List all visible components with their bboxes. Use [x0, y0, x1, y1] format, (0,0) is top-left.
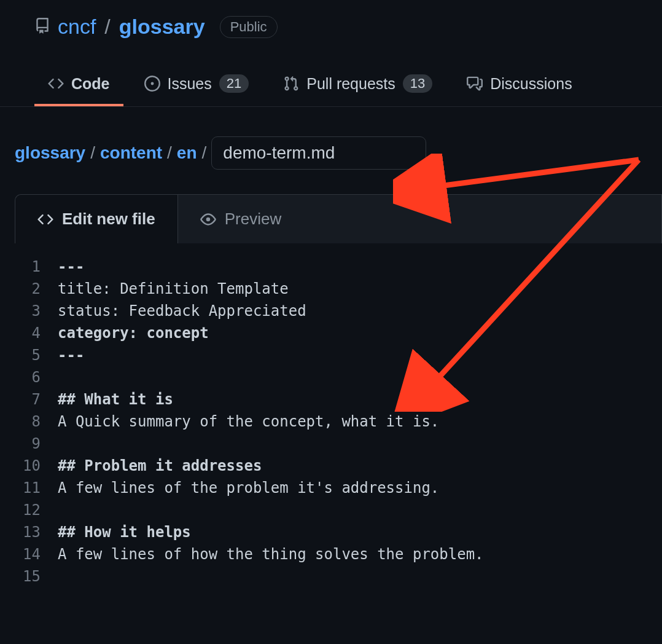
repo-name-link[interactable]: glossary — [119, 15, 205, 39]
path-seg-repo[interactable]: glossary — [15, 143, 85, 163]
issue-icon — [144, 76, 160, 92]
tab-code-label: Code — [71, 75, 110, 93]
code-line-text: A few lines of the problem it's addressi… — [58, 477, 439, 499]
visibility-badge: Public — [220, 16, 278, 38]
edit-file-tab-label: Edit new file — [62, 210, 155, 229]
tab-pulls-label: Pull requests — [306, 75, 395, 93]
code-line-text: A Quick summary of the concept, what it … — [58, 410, 439, 433]
line-number: 15 — [15, 565, 58, 587]
line-number: 3 — [15, 300, 58, 322]
tab-issues[interactable]: Issues 21 — [131, 63, 263, 106]
repo-nav: Code Issues 21 Pull requests 13 Discussi… — [0, 39, 662, 107]
code-editor[interactable]: 1--- 2title: Definition Template 3status… — [15, 243, 662, 600]
code-line-text: category: concept — [58, 322, 209, 344]
code-line-text: title: Definition Template — [58, 278, 289, 300]
discussions-icon — [467, 76, 483, 92]
line-number: 2 — [15, 278, 58, 300]
tab-pulls[interactable]: Pull requests 13 — [270, 63, 446, 106]
filename-input[interactable] — [211, 136, 426, 170]
line-number: 6 — [15, 366, 58, 388]
editor-tabs: Edit new file Preview — [15, 194, 662, 243]
pull-request-icon — [283, 76, 299, 92]
code-line-text: --- — [58, 344, 84, 366]
line-number: 13 — [15, 521, 58, 543]
pulls-count: 13 — [403, 74, 432, 93]
code-line-text: status: Feedback Appreciated — [58, 300, 306, 322]
line-number: 1 — [15, 256, 58, 278]
code-line-text: ## Problem it addresses — [58, 455, 262, 477]
code-line-text: --- — [58, 256, 84, 278]
line-number: 12 — [15, 499, 58, 521]
line-number: 8 — [15, 410, 58, 433]
repo-icon — [34, 18, 50, 36]
line-number: 4 — [15, 322, 58, 344]
edit-file-tab[interactable]: Edit new file — [15, 195, 178, 243]
repo-slash: / — [104, 15, 110, 39]
breadcrumb: glossary / content / en / — [0, 107, 662, 170]
tab-discussions[interactable]: Discussions — [453, 64, 585, 106]
path-seg-en[interactable]: en — [177, 143, 197, 163]
line-number: 14 — [15, 543, 58, 565]
code-line-text: A few lines of how the thing solves the … — [58, 543, 484, 565]
line-number: 5 — [15, 344, 58, 366]
code-icon — [37, 211, 53, 227]
issues-count: 21 — [219, 74, 249, 93]
preview-tab-label: Preview — [225, 210, 281, 229]
tab-code[interactable]: Code — [34, 64, 123, 106]
line-number: 7 — [15, 388, 58, 410]
line-number: 11 — [15, 477, 58, 499]
tab-issues-label: Issues — [168, 75, 212, 93]
code-line-text: ## How it helps — [58, 521, 191, 543]
code-line-text: ## What it is — [58, 388, 173, 410]
line-number: 9 — [15, 433, 58, 455]
code-icon — [48, 76, 64, 92]
repo-owner-link[interactable]: cncf — [58, 15, 96, 39]
eye-icon — [200, 211, 216, 227]
path-seg-content[interactable]: content — [100, 143, 162, 163]
repo-header: cncf / glossary Public — [0, 0, 662, 39]
tab-discussions-label: Discussions — [490, 75, 572, 93]
line-number: 10 — [15, 455, 58, 477]
preview-tab[interactable]: Preview — [178, 195, 303, 243]
